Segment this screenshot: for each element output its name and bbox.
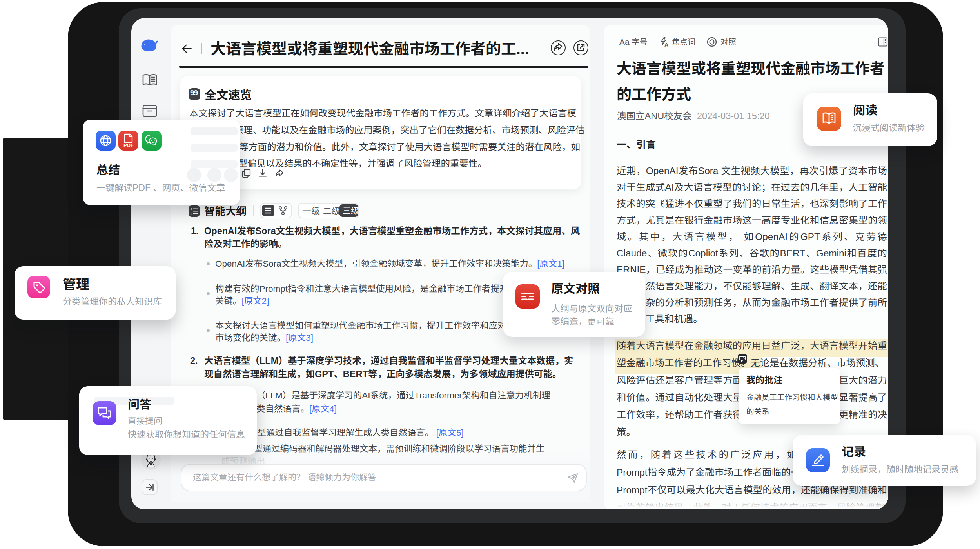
svg-text:1: 1 xyxy=(191,207,192,211)
svg-text:2: 2 xyxy=(191,212,192,216)
svg-text:PDF: PDF xyxy=(123,142,134,148)
svg-text:A: A xyxy=(664,42,668,47)
